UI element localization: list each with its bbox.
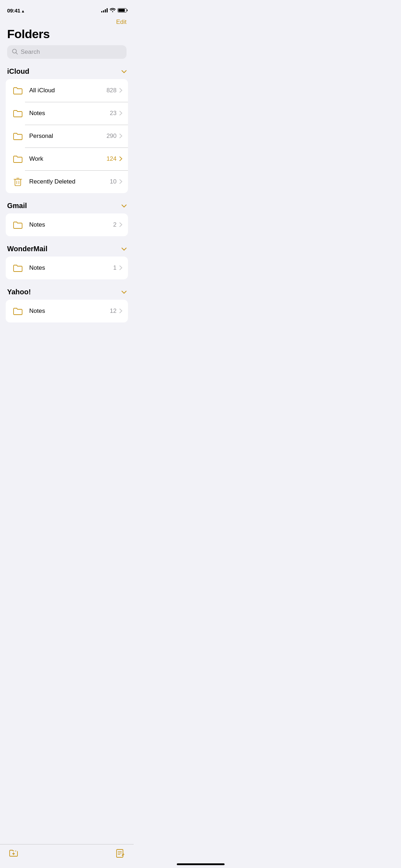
folder-icon-all-icloud bbox=[11, 84, 24, 97]
chevron-right-icon-all-icloud bbox=[119, 88, 122, 94]
chevron-down-icon-yahoo[interactable] bbox=[122, 289, 127, 295]
chevron-right-icon-notes-wondermail bbox=[119, 265, 122, 271]
chevron-down-icon-wondermail[interactable] bbox=[122, 246, 127, 252]
search-icon bbox=[12, 49, 18, 56]
item-count-notes-wondermail: 1 bbox=[113, 264, 117, 272]
edit-button[interactable]: Edit bbox=[116, 19, 127, 26]
search-bar[interactable]: Search bbox=[7, 45, 127, 59]
section-header-yahoo: Yahoo! bbox=[0, 288, 134, 300]
item-label-notes-wondermail: Notes bbox=[29, 264, 113, 272]
list-item-personal[interactable]: Personal290 bbox=[6, 125, 128, 148]
item-count-personal: 290 bbox=[107, 133, 117, 140]
item-label-recently-deleted: Recently Deleted bbox=[29, 178, 110, 185]
item-count-notes-gmail: 2 bbox=[113, 221, 117, 228]
list-item-notes-icloud[interactable]: Notes23 bbox=[6, 102, 128, 125]
folder-icon-work bbox=[11, 153, 24, 165]
list-item-notes-wondermail[interactable]: Notes1 bbox=[6, 257, 128, 279]
chevron-right-icon-notes-icloud bbox=[119, 110, 122, 117]
wifi-icon bbox=[110, 8, 115, 13]
folder-icon-notes-icloud bbox=[11, 107, 24, 120]
item-count-notes-yahoo: 12 bbox=[110, 308, 117, 315]
list-item-work[interactable]: Work124 bbox=[6, 148, 128, 170]
item-count-all-icloud: 828 bbox=[107, 87, 117, 94]
list-card-wondermail: Notes1 bbox=[6, 257, 128, 279]
header: Edit bbox=[0, 16, 134, 26]
status-bar: 09:41▲ bbox=[0, 0, 134, 16]
list-card-yahoo: Notes12 bbox=[6, 300, 128, 322]
section-gmail: Gmail Notes2 bbox=[0, 202, 134, 236]
list-item-all-icloud[interactable]: All iCloud828 bbox=[6, 79, 128, 102]
status-time: 09:41▲ bbox=[7, 7, 25, 14]
section-yahoo: Yahoo! Notes12 bbox=[0, 288, 134, 322]
item-count-recently-deleted: 10 bbox=[110, 178, 117, 185]
svg-line-1 bbox=[16, 52, 18, 54]
item-label-notes-icloud: Notes bbox=[29, 110, 110, 117]
search-placeholder: Search bbox=[21, 48, 40, 56]
section-title-gmail: Gmail bbox=[7, 202, 27, 210]
folder-icon-notes-gmail bbox=[11, 218, 24, 231]
list-card-icloud: All iCloud828 Notes23 Personal290 Work12… bbox=[6, 79, 128, 193]
list-item-recently-deleted[interactable]: Recently Deleted10 bbox=[6, 170, 128, 193]
section-header-wondermail: WonderMail bbox=[0, 245, 134, 257]
section-header-gmail: Gmail bbox=[0, 202, 134, 213]
section-wondermail: WonderMail Notes1 bbox=[0, 245, 134, 279]
chevron-right-icon-work bbox=[119, 156, 122, 162]
item-label-all-icloud: All iCloud bbox=[29, 87, 107, 94]
chevron-down-icon-icloud[interactable] bbox=[122, 69, 127, 74]
item-label-notes-gmail: Notes bbox=[29, 221, 113, 228]
item-label-personal: Personal bbox=[29, 133, 107, 140]
sections-container: iCloud All iCloud828 Notes23 Personal290… bbox=[0, 67, 134, 322]
item-label-notes-yahoo: Notes bbox=[29, 308, 110, 315]
folder-icon-personal bbox=[11, 130, 24, 143]
item-count-work: 124 bbox=[107, 155, 117, 162]
signal-bars-icon bbox=[101, 8, 108, 12]
section-header-icloud: iCloud bbox=[0, 67, 134, 79]
section-icloud: iCloud All iCloud828 Notes23 Personal290… bbox=[0, 67, 134, 193]
section-title-yahoo: Yahoo! bbox=[7, 288, 31, 296]
battery-icon bbox=[118, 8, 127, 12]
item-count-notes-icloud: 23 bbox=[110, 110, 117, 117]
list-item-notes-yahoo[interactable]: Notes12 bbox=[6, 300, 128, 322]
folder-icon-notes-yahoo bbox=[11, 305, 24, 317]
chevron-down-icon-gmail[interactable] bbox=[122, 203, 127, 209]
trash-icon-recently-deleted bbox=[11, 175, 24, 188]
folder-icon-notes-wondermail bbox=[11, 262, 24, 274]
section-title-icloud: iCloud bbox=[7, 67, 29, 76]
item-label-work: Work bbox=[29, 155, 107, 162]
status-icons bbox=[101, 8, 127, 13]
chevron-right-icon-notes-yahoo bbox=[119, 308, 122, 314]
section-title-wondermail: WonderMail bbox=[7, 245, 47, 253]
chevron-right-icon-personal bbox=[119, 133, 122, 139]
chevron-right-icon-recently-deleted bbox=[119, 179, 122, 185]
svg-rect-2 bbox=[15, 179, 21, 186]
chevron-right-icon-notes-gmail bbox=[119, 222, 122, 228]
list-item-notes-gmail[interactable]: Notes2 bbox=[6, 213, 128, 236]
list-card-gmail: Notes2 bbox=[6, 213, 128, 236]
page-title: Folders bbox=[0, 26, 134, 45]
